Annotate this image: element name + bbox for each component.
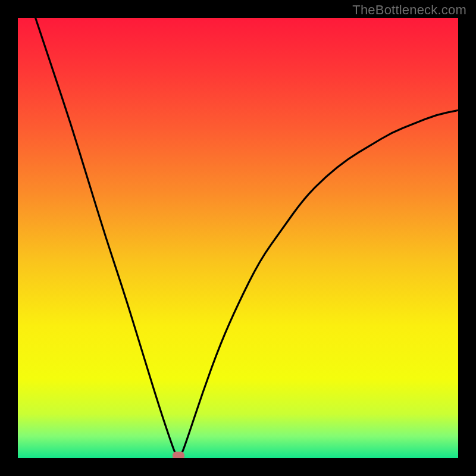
bottleneck-curve — [18, 18, 458, 458]
plot-area — [18, 18, 458, 458]
minimum-marker — [173, 452, 184, 458]
chart-frame: TheBottleneck.com — [0, 0, 476, 476]
watermark-text: TheBottleneck.com — [352, 2, 466, 18]
